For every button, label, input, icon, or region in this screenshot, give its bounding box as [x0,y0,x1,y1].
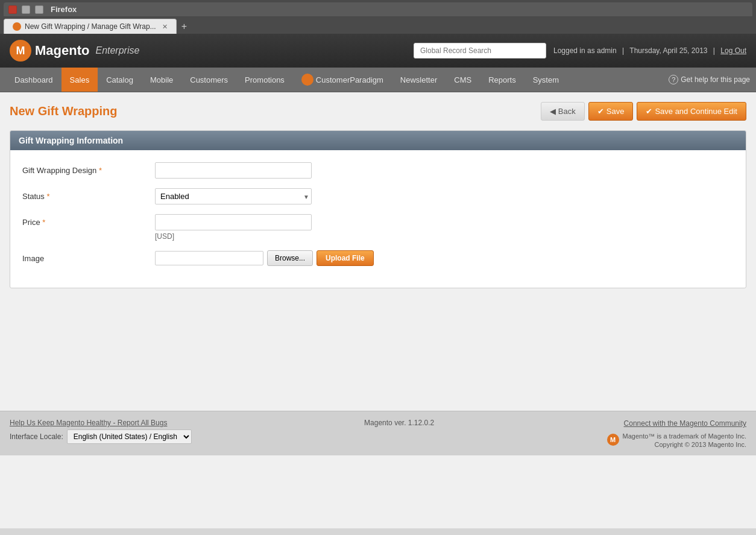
nav-item-customers[interactable]: Customers [181,68,236,92]
footer-right: Connect with the Magento Community M Mag… [607,419,746,448]
save-button[interactable]: ✔ Save [588,102,634,121]
price-control: [USD] [155,214,734,241]
logo-area: M Magento Enterprise [10,40,139,62]
pipe-separator: | [713,46,715,55]
nav-item-dashboard[interactable]: Dashboard [6,68,61,92]
logo-edition: Enterprise [95,45,139,56]
nav-item-customer-paradigm[interactable]: CustomerParadigm [293,68,392,92]
date-separator: | [622,46,624,55]
app-header: M Magento Enterprise Logged in as admin … [0,34,756,68]
price-label: Price * [22,214,155,227]
footer-logo-icon: M [607,434,619,446]
page-header: New Gift Wrapping ◀ Back ✔ Save ✔ Save a… [10,102,746,121]
logout-link[interactable]: Log Out [720,46,746,55]
browser-chrome: Firefox New Gift Wrapping / Manage Gift … [0,0,756,34]
back-arrow-icon: ◀ [550,107,556,116]
nav-item-catalog[interactable]: Catalog [98,68,142,92]
browser-tabs: New Gift Wrapping / Manage Gift Wrap... … [4,19,752,34]
locale-label: Interface Locale: [10,432,63,441]
status-select[interactable]: Enabled Disabled [155,188,312,204]
section-title: Gift Wrapping Information [19,136,123,145]
close-button[interactable] [8,5,17,14]
global-search-input[interactable] [414,43,546,59]
design-label: Gift Wrapping Design * [22,162,155,175]
nav-help[interactable]: ? Get help for this page [669,68,750,92]
current-date: Thursday, April 25, 2013 [629,46,707,55]
tab-favicon [13,22,21,31]
community-link[interactable]: Connect with the Magento Community [624,419,746,428]
image-row: Image Browse... Upload File [22,250,734,266]
browser-titlebar: Firefox [4,2,752,16]
user-info: Logged in as admin | Thursday, April 25,… [553,46,746,55]
page-title: New Gift Wrapping [10,104,118,118]
browse-button[interactable]: Browse... [267,250,313,266]
minimize-button[interactable] [22,5,30,14]
copyright-text: Copyright © 2013 Magento Inc. [623,441,746,448]
new-tab-button[interactable]: + [177,21,192,32]
footer-logo: M Magento™ is a trademark of Magento Inc… [607,431,746,448]
status-control: Enabled Disabled ▼ [155,188,734,204]
image-label: Image [22,250,155,263]
status-label: Status * [22,188,155,201]
logo-icon: M [10,40,31,62]
tab-title: New Gift Wrapping / Manage Gift Wrap... [25,22,156,31]
tab-close-icon[interactable]: ✕ [162,23,168,31]
app-container: M Magento Enterprise Logged in as admin … [0,34,756,528]
back-button[interactable]: ◀ Back [541,102,585,121]
nav-item-cms[interactable]: CMS [446,68,480,92]
footer-center: Magento ver. 1.12.0.2 [364,419,434,427]
version-label: Magento ver. 1.12.0.2 [364,419,434,427]
locale-select[interactable]: English (United States) / English [67,429,192,444]
design-required: * [99,166,102,175]
design-row: Gift Wrapping Design * [22,162,734,179]
trademark-text: Magento™ is a trademark of Magento Inc. [623,432,746,440]
help-circle-icon: ? [669,75,678,84]
maximize-button[interactable] [35,5,43,14]
report-bugs-link[interactable]: Help Us Keep Magento Healthy - Report Al… [10,419,192,427]
status-row: Status * Enabled Disabled ▼ [22,188,734,204]
active-tab[interactable]: New Gift Wrapping / Manage Gift Wrap... … [4,19,177,34]
price-row: Price * [USD] [22,214,734,241]
image-file-input[interactable] [155,251,263,265]
footer-left: Help Us Keep Magento Healthy - Report Al… [10,419,192,444]
nav-item-sales[interactable]: Sales [61,68,98,92]
logo-brand: Magento [35,43,89,59]
app-footer: Help Us Keep Magento Healthy - Report Al… [0,411,756,455]
price-input[interactable] [155,214,312,230]
price-required: * [42,218,45,227]
form-body: Gift Wrapping Design * Status * [10,150,746,288]
image-input-group: Browse... Upload File [155,250,734,266]
magento-logo: M Magento Enterprise [10,40,139,62]
form-section: Gift Wrapping Information Gift Wrapping … [10,130,746,288]
save-checkmark-icon: ✔ [597,107,604,116]
save-continue-button[interactable]: ✔ Save and Continue Edit [637,102,746,121]
design-input[interactable] [155,162,312,179]
design-control [155,162,734,179]
nav-item-system[interactable]: System [524,68,567,92]
status-required: * [46,192,49,201]
currency-label: [USD] [155,232,734,241]
user-status: Logged in as admin [553,46,617,55]
header-right: Logged in as admin | Thursday, April 25,… [414,43,746,59]
customer-paradigm-icon [301,74,313,86]
nav-item-reports[interactable]: Reports [480,68,524,92]
nav-item-mobile[interactable]: Mobile [142,68,181,92]
form-section-header: Gift Wrapping Information [10,131,746,150]
nav-bar: Dashboard Sales Catalog Mobile Customers… [0,68,756,92]
save-continue-checkmark-icon: ✔ [646,107,652,116]
upload-file-button[interactable]: Upload File [317,250,374,266]
image-control: Browse... Upload File [155,250,734,266]
status-select-wrapper: Enabled Disabled ▼ [155,188,312,204]
nav-item-newsletter[interactable]: Newsletter [392,68,446,92]
footer-locale: Interface Locale: English (United States… [10,429,192,444]
main-content: New Gift Wrapping ◀ Back ✔ Save ✔ Save a… [0,92,756,406]
browser-name: Firefox [51,5,77,14]
nav-item-promotions[interactable]: Promotions [236,68,293,92]
action-buttons: ◀ Back ✔ Save ✔ Save and Continue Edit [541,102,746,121]
